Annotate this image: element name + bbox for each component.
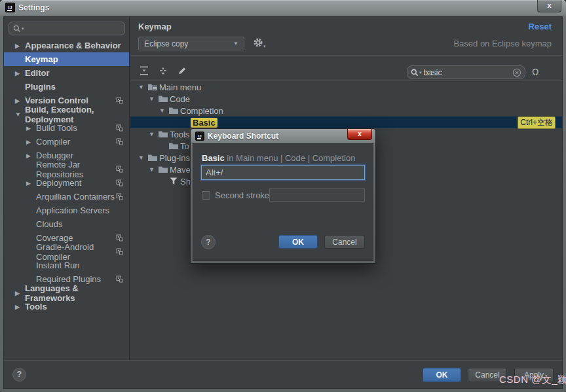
- settings-sidebar: ▾ ▶ Appearance & Behavior Keymap ▶ Edito…: [4, 17, 130, 360]
- chevron-right-icon[interactable]: ▶: [15, 304, 25, 310]
- search-icon: [13, 25, 21, 33]
- edit-shortcut-button[interactable]: [175, 63, 189, 78]
- tree-row-main-menu[interactable]: ▼ Main menu: [130, 81, 562, 93]
- tree-row-label: To: [180, 141, 189, 151]
- sidebar-item-appearance[interactable]: ▶ Appearance & Behavior: [4, 39, 129, 52]
- tree-row-basic[interactable]: Basic Ctrl+空格: [130, 116, 562, 128]
- second-stroke-input[interactable]: [269, 188, 365, 202]
- sidebar-item-application-servers[interactable]: Application Servers: [4, 204, 129, 217]
- chevron-right-icon[interactable]: ▶: [15, 43, 25, 49]
- sidebar-item-compiler[interactable]: ▶ Compiler: [4, 135, 129, 149]
- reset-link[interactable]: Reset: [529, 22, 552, 31]
- dialog-ok-button[interactable]: OK: [278, 235, 318, 249]
- sidebar-item-clouds[interactable]: Clouds: [4, 217, 129, 231]
- dialog-body: Basic in Main menu | Code | Completion S…: [193, 143, 373, 261]
- expand-all-button[interactable]: [137, 63, 151, 78]
- chevron-down-icon[interactable]: ▼: [138, 154, 147, 161]
- tree-row-completion[interactable]: ▼ Completion: [130, 105, 562, 116]
- sidebar-item-label: Clouds: [36, 219, 62, 229]
- chevron-right-icon[interactable]: ▶: [26, 180, 36, 187]
- folder-icon: [168, 141, 180, 151]
- action-name: Basic: [202, 153, 225, 163]
- sidebar-item-arquillian-containers[interactable]: Arquillian Containers: [4, 190, 129, 204]
- chevron-down-icon[interactable]: ▼: [159, 107, 168, 114]
- second-stroke-checkbox[interactable]: [202, 191, 210, 200]
- intellij-logo-icon: IJ: [195, 132, 204, 141]
- chevron-down-icon[interactable]: ▼: [138, 84, 147, 90]
- sidebar-item-plugins[interactable]: Plugins: [4, 80, 129, 94]
- sidebar-item-label: Deployment: [36, 178, 81, 188]
- action-context-label: Basic in Main menu | Code | Completion: [202, 153, 355, 163]
- settings-search-box[interactable]: ▾: [9, 22, 125, 35]
- csdn-watermark: CSDN @文_颖: [499, 374, 566, 386]
- chevron-down-icon[interactable]: ▼: [149, 96, 158, 102]
- window-title: Settings: [18, 3, 49, 12]
- sidebar-item-label: Gradle-Android Compiler: [36, 242, 116, 262]
- dialog-footer: ? OK Cancel Apply: [4, 360, 562, 388]
- dialog-title: Keyboard Shortcut: [208, 132, 278, 141]
- sidebar-item-label: Keymap: [25, 54, 58, 64]
- dialog-cancel-button[interactable]: Cancel: [324, 235, 365, 249]
- shortcut-search-input[interactable]: [424, 68, 512, 77]
- sidebar-item-editor[interactable]: ▶ Editor: [4, 66, 129, 80]
- chevron-down-icon[interactable]: ▼: [15, 111, 25, 118]
- find-actions-by-shortcut-button[interactable]: Ω: [532, 67, 538, 77]
- shortcut-chip: Ctrl+空格: [518, 116, 556, 129]
- chevron-right-icon[interactable]: ▶: [26, 139, 36, 145]
- sidebar-item-label: Build Tools: [36, 123, 77, 133]
- project-settings-icon: [116, 166, 123, 173]
- settings-search-input[interactable]: [24, 24, 121, 33]
- dialog-close-button[interactable]: x: [347, 129, 372, 140]
- tree-row-label: Completion: [180, 106, 223, 116]
- scheme-value: Eclipse copy: [144, 39, 188, 48]
- sidebar-item-keymap[interactable]: Keymap: [4, 52, 129, 66]
- gear-icon: [253, 37, 263, 48]
- project-settings-icon: [116, 97, 123, 104]
- search-filter-arrow-icon[interactable]: ▾: [419, 70, 422, 75]
- help-button[interactable]: ?: [12, 368, 26, 382]
- sidebar-item-label: Compiler: [36, 137, 70, 147]
- title-bar[interactable]: IJ Settings x: [0, 0, 566, 16]
- chevron-down-icon[interactable]: ▼: [149, 166, 158, 173]
- window-close-button[interactable]: x: [537, 0, 561, 12]
- tree-toolbar: [137, 63, 189, 78]
- divider: [130, 55, 562, 56]
- chevron-right-icon[interactable]: ▶: [26, 125, 36, 132]
- chevron-down-icon[interactable]: ▼: [149, 131, 158, 137]
- pencil-icon: [177, 65, 187, 76]
- sidebar-item-build-execution-deployment[interactable]: ▼ Build, Execution, Deployment: [4, 107, 129, 121]
- first-stroke-field[interactable]: [201, 165, 365, 180]
- sidebar-item-label: Remote Jar Repositories: [36, 160, 116, 179]
- dialog-help-button[interactable]: ?: [201, 235, 216, 249]
- sidebar-item-label: Plugins: [25, 82, 56, 92]
- keymap-scheme-select[interactable]: Eclipse copy ▼: [138, 37, 244, 50]
- dialog-title-bar[interactable]: IJ Keyboard Shortcut x: [191, 129, 375, 143]
- sidebar-item-languages-frameworks[interactable]: ▶ Languages & Frameworks: [4, 286, 129, 300]
- intellij-logo-icon: IJ: [5, 3, 15, 12]
- action-path: in Main menu | Code | Completion: [227, 153, 355, 163]
- chevron-right-icon[interactable]: ▶: [26, 152, 36, 159]
- chevron-right-icon[interactable]: ▶: [15, 98, 25, 104]
- collapse-all-button[interactable]: [156, 63, 170, 78]
- sidebar-item-gradle-android-compiler[interactable]: Gradle-Android Compiler: [4, 245, 129, 258]
- shortcut-search-box[interactable]: ▾: [407, 65, 525, 79]
- clear-search-icon[interactable]: [512, 68, 521, 77]
- ok-button[interactable]: OK: [423, 368, 461, 382]
- scheme-actions-button[interactable]: ▾: [253, 37, 266, 50]
- folder-icon: [158, 130, 170, 139]
- folder-icon: [147, 153, 159, 162]
- tree-row-label: Tools: [170, 130, 189, 139]
- project-settings-icon: [116, 248, 123, 255]
- tree-row-code[interactable]: ▼ Code: [130, 93, 562, 105]
- project-settings-icon: [116, 124, 123, 132]
- chevron-right-icon[interactable]: ▶: [15, 290, 25, 296]
- first-stroke-input[interactable]: [202, 168, 364, 177]
- tree-row-label: Main menu: [159, 82, 201, 92]
- chevron-right-icon[interactable]: ▶: [15, 70, 25, 77]
- tree-row-label: Code: [170, 94, 190, 104]
- sidebar-item-remote-jar-repositories[interactable]: Remote Jar Repositories: [4, 162, 129, 176]
- folder-icon: [168, 106, 180, 115]
- page-title: Keymap: [138, 22, 172, 31]
- project-settings-icon: [116, 179, 123, 187]
- folder-icon: [158, 165, 170, 174]
